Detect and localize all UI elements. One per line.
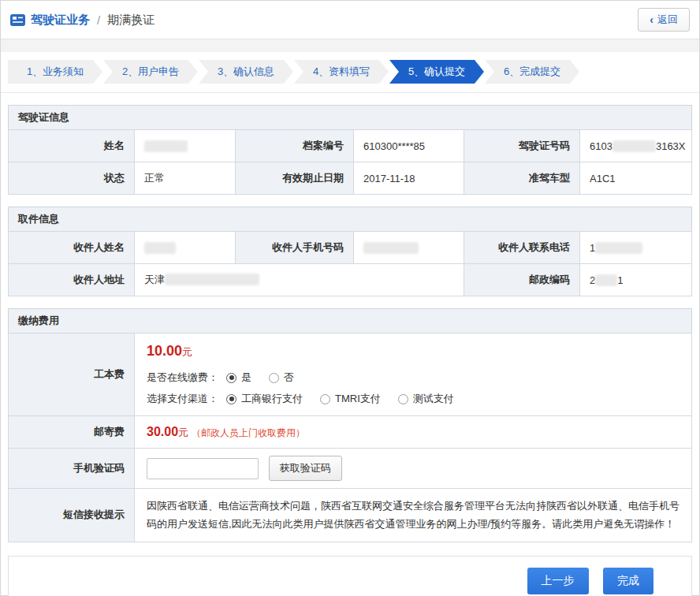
file-no-label: 档案编号 (236, 130, 354, 162)
license-section-title: 驾驶证信息 (8, 105, 692, 129)
back-chevron-icon: ‹ (650, 14, 653, 25)
name-value (135, 130, 236, 162)
postage-fee-label: 邮寄费 (9, 416, 135, 449)
recipient-tel-label: 收件人联系电话 (464, 232, 580, 264)
step-4-fill-data: 4、资料填写 (294, 60, 389, 84)
pickup-section-title: 取件信息 (8, 207, 692, 231)
license-business-icon (10, 14, 25, 26)
table-row: 短信接收提示 因陕西省联通、电信运营商技术问题，陕西省互联网交通安全综合服务管理… (9, 489, 692, 542)
online-pay-line: 是否在线缴费： 是 否 (147, 371, 680, 385)
step-progress-bar: 1、业务须知 2、用户申告 3、确认信息 4、资料填写 5、确认提交 6、完成提… (8, 60, 692, 84)
pickup-info-table: 收件人姓名 收件人手机号码 收件人联系电话 1 收件人地址 天津 邮政编码 21 (8, 231, 692, 296)
file-no-value: 610300****85 (354, 130, 464, 162)
get-code-button[interactable]: 获取验证码 (269, 456, 342, 481)
fee-table: 工本费 10.00元 是否在线缴费： 是 否 选择支付渠道： 工商银行支付 TM… (8, 333, 692, 542)
radio-dot-icon (226, 373, 236, 383)
header: 驾驶证业务 / 期满换证 ‹ 返回 (1, 1, 699, 39)
recipient-address-value: 天津 (135, 264, 464, 296)
step-3-confirm-info: 3、确认信息 (199, 60, 293, 84)
redacted-address (165, 274, 259, 285)
redacted-recipient-tel (595, 242, 642, 254)
table-row: 工本费 10.00元 是否在线缴费： 是 否 选择支付渠道： 工商银行支付 TM… (9, 333, 692, 416)
valid-until-label: 有效期止日期 (236, 162, 354, 195)
recipient-name-value (135, 232, 236, 264)
radio-online-no[interactable]: 否 (269, 371, 294, 385)
cost-amount-line: 10.00元 (147, 343, 680, 359)
recipient-tel-value: 1 (580, 232, 692, 264)
step-1-business-notice: 1、业务须知 (8, 60, 102, 84)
license-no-value: 61033163X (580, 130, 692, 162)
recipient-mobile-value (354, 232, 464, 264)
table-row: 收件人地址 天津 邮政编码 21 (9, 264, 692, 296)
radio-dot-icon (226, 394, 236, 404)
cost-fee-cell: 10.00元 是否在线缴费： 是 否 选择支付渠道： 工商银行支付 TMRI支付… (135, 333, 692, 416)
postage-unit: 元 (178, 427, 188, 438)
back-button-label: 返回 (657, 13, 678, 27)
redacted-recipient-mobile (363, 242, 419, 254)
zip-code-label: 邮政编码 (464, 264, 580, 296)
finish-button[interactable]: 完成 (603, 568, 653, 594)
previous-step-button[interactable]: 上一步 (527, 568, 589, 594)
redacted-name (144, 140, 188, 152)
footer-action-bar: 上一步 完成 (8, 556, 692, 596)
radio-channel-icbc[interactable]: 工商银行支付 (226, 392, 303, 406)
postage-fee-cell: 30.00元（邮政人员上门收取费用） (135, 416, 692, 449)
step-6-finish-submit: 6、完成提交 (485, 60, 579, 84)
sms-code-label: 手机验证码 (9, 449, 135, 489)
back-button[interactable]: ‹ 返回 (638, 8, 690, 32)
table-row: 手机验证码 获取验证码 (9, 449, 692, 489)
redacted-zip (595, 274, 617, 286)
step-2-user-declaration: 2、用户申告 (103, 60, 198, 84)
status-value: 正常 (135, 162, 236, 195)
radio-online-yes[interactable]: 是 (226, 371, 251, 385)
breadcrumb-main: 驾驶证业务 (31, 13, 90, 28)
breadcrumb-sub: 期满换证 (107, 13, 155, 28)
vehicle-class-value: A1C1 (580, 162, 692, 195)
recipient-mobile-label: 收件人手机号码 (236, 232, 354, 264)
fee-section-title: 缴纳费用 (8, 308, 692, 333)
pickup-info-section: 取件信息 收件人姓名 收件人手机号码 收件人联系电话 1 收件人地址 天津 邮政… (8, 207, 692, 296)
redacted-license-no (612, 140, 656, 152)
sms-tip-text: 因陕西省联通、电信运营商技术问题，陕西省互联网交通安全综合服务管理平台无法向持陕… (135, 489, 692, 542)
postage-note: （邮政人员上门收取费用） (192, 427, 305, 438)
radio-dot-icon (398, 394, 408, 404)
sms-tip-label: 短信接收提示 (9, 489, 135, 542)
pay-channel-line: 选择支付渠道： 工商银行支付 TMRI支付 测试支付 (147, 392, 680, 406)
redacted-recipient-name (144, 242, 176, 254)
zip-code-value: 21 (580, 264, 692, 296)
table-row: 收件人姓名 收件人手机号码 收件人联系电话 1 (9, 232, 692, 264)
pay-channel-label: 选择支付渠道： (147, 392, 218, 406)
sms-code-input[interactable] (147, 458, 259, 479)
license-info-table: 姓名 档案编号 610300****85 驾驶证号码 61033163X 状态 … (8, 129, 692, 195)
valid-until-value: 2017-11-18 (354, 162, 464, 195)
cost-unit: 元 (182, 346, 192, 358)
recipient-name-label: 收件人姓名 (9, 232, 135, 264)
table-row: 邮寄费 30.00元（邮政人员上门收取费用） (9, 416, 692, 449)
recipient-address-label: 收件人地址 (9, 264, 135, 296)
cost-fee-label: 工本费 (9, 333, 135, 416)
radio-channel-test[interactable]: 测试支付 (398, 392, 454, 406)
vehicle-class-label: 准驾车型 (464, 162, 580, 195)
radio-dot-icon (269, 373, 279, 383)
table-row: 状态 正常 有效期止日期 2017-11-18 准驾车型 A1C1 (9, 162, 692, 195)
license-info-section: 驾驶证信息 姓名 档案编号 610300****85 驾驶证号码 6103316… (8, 105, 692, 195)
steps-divider (1, 92, 699, 93)
fee-section: 缴纳费用 工本费 10.00元 是否在线缴费： 是 否 选择支付渠道： 工 (8, 308, 692, 542)
online-pay-label: 是否在线缴费： (147, 371, 218, 385)
cost-amount: 10.00 (147, 343, 182, 359)
radio-channel-tmri[interactable]: TMRI支付 (320, 392, 381, 406)
status-label: 状态 (9, 162, 135, 195)
sms-code-cell: 获取验证码 (135, 449, 692, 489)
step-5-confirm-submit: 5、确认提交 (389, 60, 484, 84)
breadcrumb-separator: / (97, 13, 100, 27)
table-row: 姓名 档案编号 610300****85 驾驶证号码 61033163X (9, 130, 692, 162)
postage-amount: 30.00 (147, 425, 178, 438)
page: 驾驶证业务 / 期满换证 ‹ 返回 1、业务须知 2、用户申告 3、确认信息 4… (0, 0, 700, 596)
name-label: 姓名 (9, 130, 135, 162)
breadcrumb: 驾驶证业务 / 期满换证 (10, 13, 155, 28)
license-no-label: 驾驶证号码 (464, 130, 580, 162)
radio-dot-icon (320, 394, 330, 404)
header-divider (1, 39, 699, 52)
